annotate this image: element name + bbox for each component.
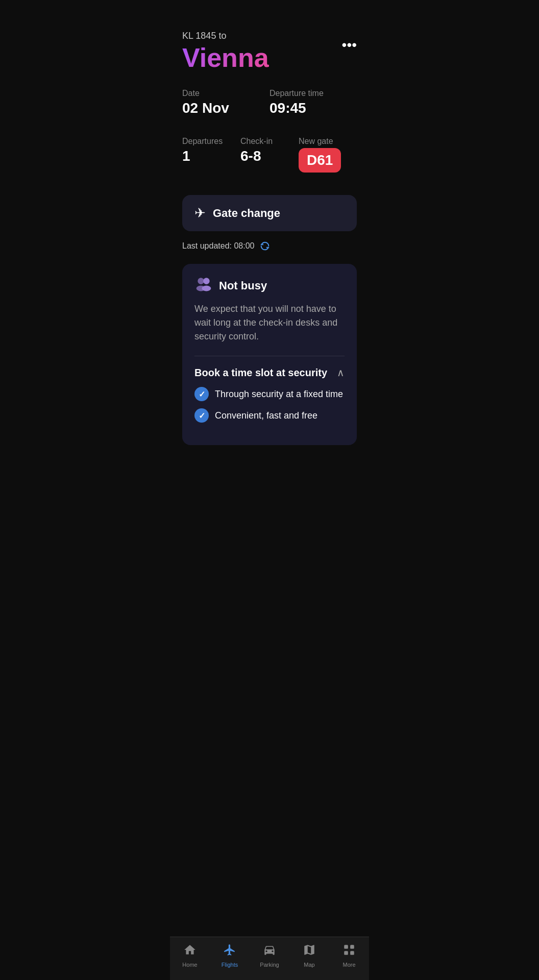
- busy-title: Not busy: [219, 279, 267, 292]
- nav-parking[interactable]: Parking: [254, 943, 285, 968]
- departures-cell: Departures 1: [182, 137, 240, 173]
- refresh-button[interactable]: [259, 240, 271, 252]
- svg-point-1: [203, 278, 210, 284]
- nav-map-label: Map: [304, 962, 314, 968]
- svg-point-3: [202, 286, 211, 291]
- busy-description: We expect that you will not have to wait…: [194, 302, 345, 344]
- departure-time-label: Departure time: [270, 89, 357, 98]
- gate-change-banner[interactable]: ✈ Gate change: [182, 195, 357, 231]
- date-departure-grid: Date 02 Nov Departure time 09:45: [182, 89, 357, 127]
- gate-badge: D61: [299, 148, 341, 173]
- security-header: Book a time slot at security ∧: [194, 366, 345, 379]
- parking-icon: [263, 943, 276, 960]
- svg-rect-7: [350, 951, 354, 955]
- bottom-nav: Home Flights Parking Map: [170, 937, 369, 980]
- checkin-cell: Check-in 6-8: [240, 137, 299, 173]
- card-divider: [194, 356, 345, 356]
- departures-checkin-gate-grid: Departures 1 Check-in 6-8 New gate D61: [182, 137, 357, 183]
- departure-time-cell: Departure time 09:45: [270, 89, 357, 116]
- main-content: KL 1845 to Vienna ••• Date 02 Nov Depart…: [170, 0, 369, 506]
- security-item-text-1: Convenient, fast and free: [215, 410, 317, 421]
- more-nav-icon: [342, 943, 356, 960]
- check-circle-1: ✓: [194, 408, 209, 423]
- gate-change-text: Gate change: [213, 207, 280, 220]
- flight-destination: Vienna: [182, 43, 269, 72]
- nav-flights[interactable]: Flights: [214, 943, 245, 968]
- date-value: 02 Nov: [182, 100, 270, 116]
- busy-header: Not busy: [194, 276, 345, 295]
- home-icon: [183, 943, 197, 960]
- security-item-1: ✓ Convenient, fast and free: [194, 408, 345, 423]
- gate-value: D61: [307, 152, 333, 168]
- svg-rect-4: [344, 945, 348, 949]
- checkmark-icon-1: ✓: [199, 411, 205, 421]
- people-icon: [194, 276, 213, 295]
- last-updated-row: Last updated: 08:00: [182, 240, 357, 252]
- nav-parking-label: Parking: [260, 962, 279, 968]
- chevron-up-icon[interactable]: ∧: [337, 366, 345, 379]
- flight-subtitle: KL 1845 to: [182, 31, 269, 41]
- gate-cell: New gate D61: [299, 137, 357, 173]
- flight-title-block: KL 1845 to Vienna: [182, 31, 269, 75]
- security-title: Book a time slot at security: [194, 367, 327, 379]
- busy-card: Not busy We expect that you will not hav…: [182, 264, 357, 445]
- checkin-value: 6-8: [240, 148, 299, 164]
- security-item-text-0: Through security at a fixed time: [215, 389, 343, 400]
- nav-map[interactable]: Map: [294, 943, 325, 968]
- nav-home-label: Home: [182, 962, 197, 968]
- svg-point-0: [198, 278, 204, 284]
- checkin-label: Check-in: [240, 137, 299, 146]
- svg-rect-5: [350, 945, 354, 949]
- check-circle-0: ✓: [194, 387, 209, 401]
- gate-label: New gate: [299, 137, 357, 146]
- flights-icon: [223, 943, 236, 960]
- date-cell: Date 02 Nov: [182, 89, 270, 116]
- map-icon: [303, 943, 316, 960]
- security-section: Book a time slot at security ∧ ✓ Through…: [194, 366, 345, 423]
- date-label: Date: [182, 89, 270, 98]
- more-options-button[interactable]: •••: [342, 31, 357, 53]
- nav-more-label: More: [342, 962, 355, 968]
- nav-flights-label: Flights: [222, 962, 238, 968]
- departures-label: Departures: [182, 137, 240, 146]
- last-updated-text: Last updated: 08:00: [182, 241, 254, 251]
- svg-rect-6: [344, 951, 348, 955]
- checkmark-icon-0: ✓: [199, 389, 205, 399]
- plane-takeoff-icon: ✈: [194, 205, 206, 221]
- security-item-0: ✓ Through security at a fixed time: [194, 387, 345, 401]
- nav-home[interactable]: Home: [175, 943, 205, 968]
- flight-header: KL 1845 to Vienna •••: [182, 31, 357, 75]
- departure-time-value: 09:45: [270, 100, 357, 116]
- nav-more[interactable]: More: [334, 943, 364, 968]
- departures-value: 1: [182, 148, 240, 164]
